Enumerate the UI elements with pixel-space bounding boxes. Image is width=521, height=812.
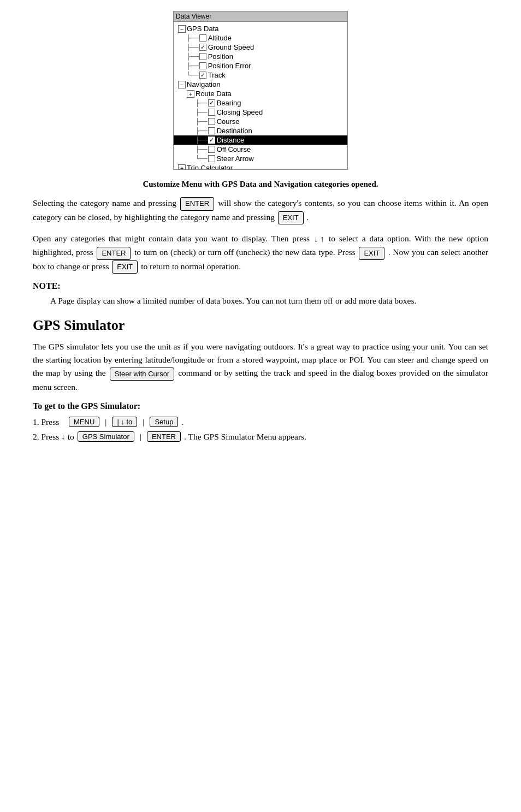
steer-cursor-btn[interactable]: Steer with Cursor bbox=[110, 368, 174, 381]
exit-btn-2[interactable]: EXIT bbox=[359, 247, 384, 260]
para1: Selecting the category name and pressing… bbox=[33, 197, 488, 224]
checkbox-course[interactable] bbox=[208, 118, 215, 125]
step1-sep2: | bbox=[143, 417, 144, 427]
collapse-icon-navigation[interactable]: − bbox=[178, 81, 186, 88]
tree-item-trip-calculator[interactable]: + Trip Calculator bbox=[174, 163, 347, 169]
ground-speed-label: Ground Speed bbox=[208, 43, 254, 51]
connector-off-course: ├── bbox=[196, 146, 208, 153]
connector-course: ├── bbox=[196, 118, 208, 126]
step-1-row: 1. Press MENU | | ↓ to | Setup . bbox=[33, 417, 488, 427]
step1-btn-arrow[interactable]: | ↓ to bbox=[112, 417, 137, 427]
destination-label: Destination bbox=[217, 127, 252, 135]
data-viewer-title: Data Viewer bbox=[174, 11, 347, 22]
step2-btn-gps[interactable]: GPS Simulator bbox=[78, 431, 134, 442]
bearing-label: Bearing bbox=[217, 99, 241, 107]
step1-sep1: | bbox=[105, 417, 106, 427]
tree-item-off-course[interactable]: ├── Off Course bbox=[174, 145, 347, 154]
connector-closing-speed: ├── bbox=[196, 109, 208, 116]
checkbox-destination[interactable] bbox=[208, 127, 215, 134]
note-body: A Page display can show a limited number… bbox=[33, 294, 488, 307]
checkbox-bearing[interactable]: ✓ bbox=[208, 99, 215, 106]
collapse-icon-gps[interactable]: − bbox=[178, 25, 186, 33]
connector-distance: ├── bbox=[196, 137, 208, 144]
step1-btn-menu[interactable]: MENU bbox=[69, 417, 99, 427]
check-distance: ✓ bbox=[209, 137, 214, 143]
note-label: NOTE: bbox=[33, 281, 488, 291]
course-label: Course bbox=[217, 117, 240, 126]
position-error-label: Position Error bbox=[208, 62, 251, 70]
connector-ground-speed: ├── bbox=[187, 44, 199, 51]
tree-item-distance[interactable]: ├── ✓ Distance bbox=[174, 135, 347, 145]
connector-steer-arrow: └── bbox=[196, 155, 208, 163]
para2: Open any categories that might contain d… bbox=[33, 232, 488, 274]
enter-btn-2[interactable]: ENTER bbox=[97, 247, 131, 260]
check-ground-speed: ✓ bbox=[200, 44, 205, 50]
tree-item-course[interactable]: ├── Course bbox=[174, 117, 347, 126]
tree-item-ground-speed[interactable]: ├── ✓ Ground Speed bbox=[174, 43, 347, 52]
connector-destination: ├── bbox=[196, 127, 208, 135]
distance-label: Distance bbox=[217, 136, 245, 144]
data-viewer: Data Viewer − GPS Data ├── Altitude ├── … bbox=[173, 11, 348, 170]
para2-text-c: to turn on (check) or turn off (uncheck)… bbox=[134, 247, 356, 257]
step-2-row: 2. Press ↓ to GPS Simulator | ENTER . Th… bbox=[33, 431, 488, 442]
checkbox-steer-arrow[interactable] bbox=[208, 155, 215, 162]
tree-item-destination[interactable]: ├── Destination bbox=[174, 126, 347, 135]
connector-bearing: ├── bbox=[196, 99, 208, 107]
exit-btn-1[interactable]: EXIT bbox=[278, 211, 304, 224]
checkbox-ground-speed[interactable]: ✓ bbox=[199, 44, 206, 51]
step1-num: 1. Press bbox=[33, 417, 66, 427]
checkbox-altitude[interactable] bbox=[199, 34, 206, 42]
tree-item-track[interactable]: └── ✓ Track bbox=[174, 70, 347, 80]
para2-text-e: to return to normal operation. bbox=[141, 262, 241, 271]
connector-position-error: ├── bbox=[187, 62, 199, 70]
position-label: Position bbox=[208, 52, 233, 61]
data-viewer-container: Data Viewer − GPS Data ├── Altitude ├── … bbox=[33, 11, 488, 170]
connector-position: ├── bbox=[187, 53, 199, 61]
tree-item-navigation[interactable]: − Navigation bbox=[174, 80, 347, 89]
gps-para: The GPS simulator lets you use the unit … bbox=[33, 340, 488, 394]
note-section: NOTE: A Page display can show a limited … bbox=[33, 281, 488, 307]
tree-wrapper: − GPS Data ├── Altitude ├── ✓ Ground Spe… bbox=[174, 22, 347, 169]
checkbox-off-course[interactable] bbox=[208, 146, 215, 153]
step2-btn-enter[interactable]: ENTER bbox=[147, 431, 181, 442]
checkbox-position-error[interactable] bbox=[199, 62, 206, 69]
connector-track: └── bbox=[187, 72, 199, 79]
trip-calculator-label: Trip Calculator bbox=[187, 164, 233, 169]
check-track: ✓ bbox=[200, 72, 205, 78]
exit-btn-3[interactable]: EXIT bbox=[112, 260, 138, 274]
para2-text-a: Open any categories that might contain d… bbox=[33, 234, 310, 243]
step2-sep: | bbox=[140, 432, 141, 442]
enter-btn-1[interactable]: ENTER bbox=[180, 197, 214, 210]
altitude-label: Altitude bbox=[208, 34, 232, 42]
step1-btn-setup[interactable]: Setup bbox=[150, 417, 178, 427]
closing-speed-label: Closing Speed bbox=[217, 108, 263, 116]
gps-data-label: GPS Data bbox=[187, 25, 219, 33]
checkbox-closing-speed[interactable] bbox=[208, 109, 215, 116]
tree-item-closing-speed[interactable]: ├── Closing Speed bbox=[174, 108, 347, 117]
connector-altitude: ├── bbox=[187, 34, 199, 42]
step2-num: 2. Press ↓ to bbox=[33, 432, 74, 442]
off-course-label: Off Course bbox=[217, 145, 251, 153]
checkbox-track[interactable]: ✓ bbox=[199, 72, 206, 79]
para1-text-a: Selecting the category name and pressing bbox=[33, 198, 176, 208]
check-bearing: ✓ bbox=[209, 99, 214, 106]
steer-arrow-label: Steer Arrow bbox=[217, 155, 254, 163]
tree-item-bearing[interactable]: ├── ✓ Bearing bbox=[174, 98, 347, 108]
track-label: Track bbox=[208, 71, 226, 79]
tree-item-gps-data[interactable]: − GPS Data bbox=[174, 24, 347, 33]
tree-body[interactable]: − GPS Data ├── Altitude ├── ✓ Ground Spe… bbox=[174, 22, 347, 169]
tree-item-position-error[interactable]: ├── Position Error bbox=[174, 61, 347, 70]
tree-item-route-data[interactable]: + Route Data bbox=[174, 89, 347, 98]
tree-item-altitude[interactable]: ├── Altitude bbox=[174, 33, 347, 43]
expand-icon-route-data[interactable]: + bbox=[187, 90, 194, 98]
checkbox-distance[interactable]: ✓ bbox=[208, 137, 215, 144]
tree-item-steer-arrow[interactable]: └── Steer Arrow bbox=[174, 154, 347, 163]
tree-item-position[interactable]: ├── Position bbox=[174, 52, 347, 61]
steps-heading: To get to the GPS Simulator: bbox=[33, 401, 488, 411]
arrow-down-up: ↓ ↑ bbox=[314, 233, 324, 246]
expand-icon-trip-calculator[interactable]: + bbox=[178, 164, 186, 170]
navigation-label: Navigation bbox=[187, 80, 220, 88]
checkbox-position[interactable] bbox=[199, 53, 206, 60]
step2-end: . The GPS Simulator Menu appears. bbox=[184, 432, 306, 442]
caption: Customize Menu with GPS Data and Navigat… bbox=[33, 180, 488, 189]
